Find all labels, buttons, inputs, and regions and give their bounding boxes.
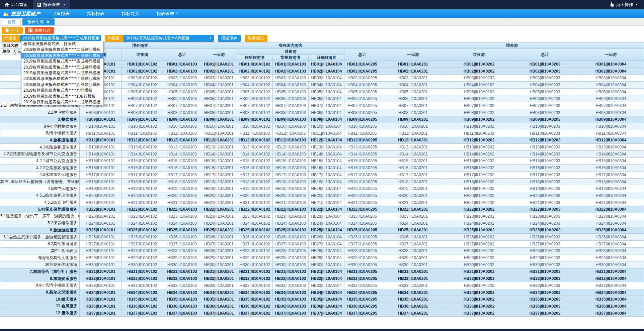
grid-code-cell: HB08|III10A0202 [446, 109, 512, 116]
menu-item-indicator-import[interactable]: 指标导入 [113, 9, 148, 18]
close-icon[interactable]: × [63, 2, 66, 7]
grid-code-cell: HB35|III10A0104 [309, 296, 344, 303]
page-operations-menu[interactable]: 页面操作 ▼ [604, 2, 644, 8]
grid-code-cell: HB13|III10A0202 [446, 144, 512, 151]
menu-item-report-management[interactable]: 报表管理 ▼ [148, 9, 187, 18]
grid-code-cell: HB20|III10A0103 [273, 192, 309, 199]
grid-code-cell: HB31|II10A0201 [201, 268, 237, 275]
grid-code-cell: HB05|II10A0102 [122, 88, 163, 95]
grid-code-cell: HB21|II10A0201 [201, 199, 237, 206]
close-icon[interactable]: ✖ [47, 20, 50, 24]
template-save-button[interactable]: 模板保存 [218, 35, 241, 42]
row-label-cell: 11.会展服务 [0, 303, 80, 310]
grid-code-cell: HB27|II10A0201 [201, 240, 237, 247]
grid-code-cell: HB11|II10A0205 [344, 130, 380, 137]
grid-code-cell: HB16|III10A0304 [578, 164, 644, 172]
row-label-cell: 其中: 国际旅客运输服务（港务服务、签证服务） [0, 178, 80, 185]
tab-report-generation-label: 报表生成 [27, 19, 44, 25]
dropdown-option[interactable]: 2019核算系统报表格式表*****七成果行模板 [21, 76, 103, 82]
grid-code-cell: HB17|II10A0201 [380, 172, 446, 179]
grid-code-cell: HB17|II10A0101 [80, 172, 122, 179]
row-template-label: 行模板: [2, 35, 20, 42]
grid-code-cell: HB29|III10A0104 [309, 254, 344, 261]
grid-code-cell: HB03|III10A0102 [237, 75, 273, 82]
row-template-dropdown[interactable]: 核算系统报表格式表—行测试2019核算系统报表格式表*****二成果行模板201… [21, 41, 103, 105]
grid-code-cell: HB11|III10A0203 [512, 130, 578, 137]
grid-code-cell: HB26|III10A0102 [237, 234, 273, 241]
grid-code-cell: HB21|III10A0103 [273, 199, 309, 206]
grid-code-cell: HB21|III10A0104 [309, 199, 344, 206]
grid-code-cell: HB23|II10A0205 [344, 213, 380, 220]
table-row: 4.1铁路旅客运输服务HB13|II10A0101HB13|II10A0102H… [0, 144, 644, 151]
grid-code-cell: HB27|II10A0101 [80, 240, 122, 247]
grid-code-cell: HB29|III10A0103 [273, 254, 309, 261]
dropdown-option[interactable]: 2019核算系统报表格式表*****三成果行模板 [21, 53, 103, 59]
grid-code-cell: HB33|II10A0201 [380, 282, 446, 289]
row-label-cell: 6.1自然生态保护服务、旅游景区管理服务 [0, 234, 80, 241]
dropdown-option[interactable]: 2019核算系统报表格式表*****九行模板 [21, 88, 103, 93]
grid-code-cell: HB16|II10A0101 [80, 164, 122, 172]
grid-code-cell: HB34|III10A0203 [512, 289, 578, 296]
grid-code-cell: HB25|III10A0103 [273, 227, 309, 234]
menu-item-satellite-reports[interactable]: 卫星报表 [44, 9, 78, 18]
table-code-button[interactable]: 表格代码 [25, 27, 54, 34]
grid-code-cell: HB21|III10A0202 [446, 199, 512, 206]
grid-code-cell: HB06|II10A0102 [122, 95, 163, 102]
menu-item-indicator-reports[interactable]: 指标报表 [78, 9, 113, 18]
dropdown-option[interactable]: 2019核算系统报表格式表*****一成果行模板 [21, 99, 103, 105]
tab-home-label: 首页 [7, 19, 15, 25]
grid-code-cell: HB30|II10A0103 [163, 261, 201, 268]
tab-home[interactable]: 首页 [2, 18, 21, 25]
menu-item-label: 指标报表 [87, 11, 104, 17]
dropdown-option[interactable]: 2019核算系统报表格式表*****四成果行模板 [21, 59, 103, 64]
grid-code-cell: HB21|II10A0101 [80, 199, 122, 206]
dropdown-option[interactable]: 2019核算系统报表格式表*****八成果行模板 [21, 82, 103, 88]
table-row: 3.餐饮服务HB09|II10A0101HB09|II10A0102HB09|I… [0, 116, 644, 123]
grid-code-cell: HB29|III10A0202 [446, 254, 512, 261]
grid-code-cell: HB29|II10A0102 [122, 254, 163, 261]
grid-code-cell: HB03|II10A0205 [344, 75, 380, 82]
grid-code-cell: HB16|III10A0102 [237, 164, 273, 172]
grid-code-cell: HB07|II10A0201 [201, 102, 237, 109]
grid-code-cell: HB01|II10A0102 [122, 61, 163, 68]
data-test-button[interactable]: 取数测试 [245, 35, 267, 42]
grid-code-cell: HB06|III10A0102 [237, 95, 273, 102]
grid-code-cell: HB11|II10A0201 [201, 130, 237, 137]
grid-code-cell: HB04|III10A0203 [512, 82, 578, 89]
grid-code-cell: HB23|III10A0102 [237, 213, 273, 220]
grid-code-cell: HB37|III10A0102 [237, 310, 273, 317]
grid-code-cell: HB20|II10A0201 [201, 192, 237, 199]
grid-code-cell: HB16|II10A0201 [380, 164, 446, 172]
grid-code-cell: HB10|III10A0102 [237, 123, 273, 130]
grid-code-cell: HB25|III10A0304 [578, 227, 644, 234]
grid-code-cell: HB31|III10A0104 [309, 268, 344, 275]
dropdown-option[interactable]: 核算系统报表格式表—行测试 [21, 41, 103, 47]
grid-code-cell: HB34|II10A0103 [163, 289, 201, 296]
backend-home-link[interactable]: 后台首页 [0, 0, 32, 9]
dropdown-option[interactable]: 2019核算系统报表格式表*****六成果行模板 [21, 70, 103, 76]
table-row: 5.1租赁服务（含汽车、房车、游艇的租赁、帆船 ...HB23|II10A010… [0, 213, 644, 220]
print-button[interactable]: 打印 [2, 27, 23, 34]
grid-code-cell: HB09|III10A0103 [273, 116, 309, 123]
grid-code-cell: HB16|II10A0102 [122, 164, 163, 172]
grid-code-cell: HB28|III10A0103 [273, 247, 309, 254]
grid-code-cell: HB21|III10A0102 [237, 199, 273, 206]
grid-code-cell: HB19|II10A0205 [344, 185, 380, 192]
grid-code-cell: HB17|III10A0103 [273, 172, 309, 179]
grid-code-cell: HB17|II10A0103 [163, 172, 201, 179]
grid-code-cell: HB33|II10A0201 [201, 282, 237, 289]
row-label-cell: 10.婚庆服务 [0, 296, 80, 303]
dropdown-option[interactable]: 2019核算系统报表格式表*****五成果行模板 [21, 65, 103, 70]
dropdown-option[interactable]: 2019核算系统报表格式表*****10B行模板 [21, 94, 103, 99]
grid-code-cell: HB35|II10A0201 [201, 296, 237, 303]
table-row: 4.5.1航空旅客运输服务HB20|II10A0101HB20|II10A010… [0, 192, 644, 199]
grid-code-cell: HB04|III10A0102 [237, 82, 273, 89]
dropdown-option[interactable]: 2019核算系统报表格式表*****二成果行模板 [21, 47, 103, 52]
row-label-cell: 4.3水路旅客运输服务 [0, 172, 80, 179]
grid-code-cell: HB27|III10A0202 [446, 240, 512, 247]
grid-code-cell: HB25|II10A0102 [122, 227, 163, 234]
tab-report-generation[interactable]: 报表生成 ✖ [22, 18, 55, 25]
top-tab-report-management[interactable]: 报表管理 × [32, 0, 71, 9]
row-label-cell: 4.旅客运输服务 [0, 137, 80, 144]
col-template-select[interactable]: 2019核算系统报表格式表十A列模板 ▼ [124, 35, 214, 42]
